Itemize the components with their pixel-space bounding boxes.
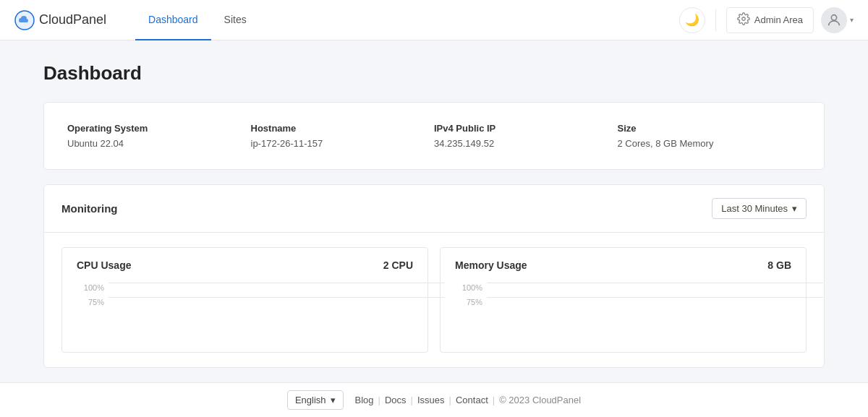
footer: English ▾ Blog | Docs | Issues | Contact… bbox=[0, 382, 868, 404]
memory-grid-label-100: 100% bbox=[456, 283, 482, 292]
size-label: Size bbox=[618, 123, 801, 134]
hostname-value: ip-172-26-11-157 bbox=[251, 138, 435, 149]
memory-grid-75: 75% bbox=[487, 297, 823, 306]
time-selector-button[interactable]: Last 30 Minutes ▾ bbox=[712, 198, 807, 219]
page-title: Dashboard bbox=[43, 62, 825, 85]
ip-label: IPv4 Public IP bbox=[434, 123, 618, 134]
footer-sep-4: | bbox=[493, 395, 495, 404]
monitoring-card: Monitoring Last 30 Minutes ▾ CPU Usage 2… bbox=[43, 184, 825, 368]
charts-area: CPU Usage 2 CPU 100% 75% Memory Usage 8 … bbox=[44, 233, 824, 367]
main-nav: Dashboard Sites bbox=[135, 0, 260, 40]
memory-chart-header: Memory Usage 8 GB bbox=[455, 259, 791, 271]
cpu-chart-header: CPU Usage 2 CPU bbox=[77, 259, 413, 271]
language-selector[interactable]: English ▾ bbox=[287, 390, 344, 404]
server-info-card: Operating System Ubuntu 22.04 Hostname i… bbox=[43, 102, 825, 170]
monitoring-header: Monitoring Last 30 Minutes ▾ bbox=[44, 185, 824, 233]
user-chevron: ▾ bbox=[850, 16, 854, 24]
memory-grid-label-75: 75% bbox=[456, 298, 482, 306]
cpu-grid-100: 100% bbox=[109, 283, 445, 292]
hostname-info: Hostname ip-172-26-11-157 bbox=[251, 123, 435, 149]
footer-sep-2: | bbox=[411, 395, 413, 404]
admin-area-label: Admin Area bbox=[754, 14, 803, 25]
footer-sep-3: | bbox=[449, 395, 451, 404]
theme-toggle-button[interactable]: 🌙 bbox=[679, 7, 705, 33]
admin-area-button[interactable]: Admin Area bbox=[726, 7, 814, 33]
svg-point-2 bbox=[831, 14, 836, 20]
size-value: 2 Cores, 8 GB Memory bbox=[618, 138, 801, 149]
logo[interactable]: CloudPanel bbox=[14, 10, 106, 30]
os-info: Operating System Ubuntu 22.04 bbox=[67, 123, 251, 149]
header-right: 🌙 Admin Area ▾ bbox=[679, 7, 854, 33]
cpu-chart-grid: 100% 75% bbox=[77, 283, 413, 340]
moon-icon: 🌙 bbox=[685, 13, 699, 27]
header-divider bbox=[715, 9, 716, 31]
cpu-grid-75: 75% bbox=[109, 297, 445, 306]
time-selector-label: Last 30 Minutes bbox=[721, 203, 788, 214]
footer-link-issues[interactable]: Issues bbox=[417, 395, 445, 404]
logo-text: CloudPanel bbox=[39, 12, 106, 27]
cpu-grid-label-100: 100% bbox=[78, 283, 104, 292]
os-label: Operating System bbox=[67, 123, 251, 134]
nav-sites[interactable]: Sites bbox=[211, 0, 260, 40]
ip-info: IPv4 Public IP 34.235.149.52 bbox=[434, 123, 618, 149]
footer-links: Blog | Docs | Issues | Contact | © 2023 … bbox=[355, 395, 582, 404]
header: CloudPanel Dashboard Sites 🌙 Admin Area bbox=[0, 0, 868, 40]
ip-value: 34.235.149.52 bbox=[434, 138, 618, 149]
nav-dashboard[interactable]: Dashboard bbox=[135, 0, 211, 40]
footer-link-docs[interactable]: Docs bbox=[385, 395, 407, 404]
hostname-label: Hostname bbox=[251, 123, 435, 134]
footer-copyright: © 2023 CloudPanel bbox=[499, 395, 581, 404]
footer-sep-1: | bbox=[378, 395, 380, 404]
size-info: Size 2 Cores, 8 GB Memory bbox=[618, 123, 801, 149]
cpu-chart-value: 2 CPU bbox=[383, 259, 413, 271]
language-label: English bbox=[295, 395, 326, 404]
memory-chart-value: 8 GB bbox=[767, 259, 791, 271]
monitoring-title: Monitoring bbox=[61, 202, 117, 215]
time-selector-chevron: ▾ bbox=[792, 203, 797, 214]
main-content: Dashboard Operating System Ubuntu 22.04 … bbox=[14, 40, 854, 404]
avatar bbox=[821, 7, 847, 33]
language-chevron: ▾ bbox=[331, 395, 336, 404]
os-value: Ubuntu 22.04 bbox=[67, 138, 251, 149]
memory-chart-title: Memory Usage bbox=[455, 259, 527, 271]
user-menu[interactable]: ▾ bbox=[821, 7, 854, 33]
memory-chart-grid: 100% 75% bbox=[455, 283, 791, 340]
footer-link-blog[interactable]: Blog bbox=[355, 395, 374, 404]
cpu-chart-title: CPU Usage bbox=[77, 259, 131, 271]
memory-chart-panel: Memory Usage 8 GB 100% 75% bbox=[440, 247, 807, 353]
cpu-chart-panel: CPU Usage 2 CPU 100% 75% bbox=[61, 247, 428, 353]
cpu-grid-label-75: 75% bbox=[78, 298, 104, 306]
svg-point-1 bbox=[742, 17, 746, 20]
admin-icon bbox=[737, 12, 750, 28]
footer-link-contact[interactable]: Contact bbox=[456, 395, 488, 404]
logo-icon bbox=[14, 10, 35, 30]
memory-grid-100: 100% bbox=[487, 283, 823, 292]
